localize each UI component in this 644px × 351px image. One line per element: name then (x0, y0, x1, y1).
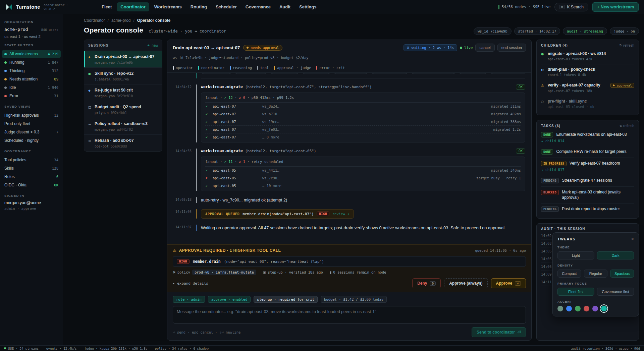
session-item[interactable]: ▲ Drain api-east-03 → api-east-07 morgan… (84, 51, 162, 68)
nav-workstreams[interactable]: Workstreams (151, 2, 185, 11)
nav-governance[interactable]: Governance (242, 2, 274, 11)
event-log[interactable]: member.list member.drain hrw.rehash skil… (167, 73, 531, 244)
tool-chip[interactable]: approval.escalate (490, 73, 525, 74)
tool-chip[interactable]: member.list (201, 73, 232, 74)
theme-dark-button[interactable]: Dark (597, 251, 634, 259)
search-button[interactable]: ⌘ K Search (554, 3, 588, 11)
saved-view-scheduled[interactable]: Scheduled · nightly (2, 136, 61, 144)
gov-roles[interactable]: Roles6 (2, 173, 61, 181)
nav-coordinator[interactable]: Coordinator (117, 2, 149, 11)
user-email[interactable]: morgan.yao@acme (4, 200, 58, 205)
signed-in-title: SIGNED IN (4, 194, 58, 197)
legend-tool[interactable]: tool (257, 66, 269, 70)
density-compact-button[interactable]: Compact (557, 270, 581, 278)
theme-light-button[interactable]: Light (557, 251, 594, 259)
running-dot-icon: ● (88, 72, 92, 75)
saved-view-high-risk[interactable]: High-risk approvals12 (2, 111, 61, 119)
session-item[interactable]: □ Budget audit · Q2 spend priya.n092c4bb… (84, 101, 162, 118)
nav-audit[interactable]: Audit (276, 2, 294, 11)
operator-console-panel: Drain api-east-03 → api-east-07 needs ap… (167, 40, 532, 341)
accent-swatch-blue[interactable] (566, 306, 572, 311)
task-item[interactable]: PENDING Stream-migrate 47 sessions (541, 175, 634, 187)
legend-operator[interactable]: operator (173, 66, 193, 70)
child-item[interactable]: ○ pre-flight · skill.sync api-east-03 cl… (541, 96, 634, 112)
crumb-org[interactable]: acme-prod (111, 18, 130, 23)
fanout-row-more[interactable]: ✓ api-east-05 … 10 more (205, 182, 521, 189)
tool-chip[interactable]: skill.push (302, 73, 331, 74)
refresh-children-button[interactable]: ↻ refresh (620, 43, 634, 47)
accent-swatch-green[interactable] (575, 306, 581, 311)
focus-governance-first-button[interactable]: Governance-first (597, 288, 634, 296)
task-item[interactable]: DONE Compute HRW re-hash for target peer… (541, 146, 634, 158)
refresh-tasks-button[interactable]: ↻ refresh (620, 124, 634, 128)
judge-status: judge · kappa_20b_131k · p50 1.8s (84, 347, 148, 350)
tool-chip[interactable]: judge.reassign (371, 73, 408, 74)
tool-chip[interactable]: scheduler.schedule (411, 73, 456, 74)
state-filter-error[interactable]: Error31 (2, 92, 61, 100)
child-link[interactable]: → child 817 (541, 168, 634, 172)
child-item[interactable]: ◐ drain-plan · policy-check coord-1 toke… (541, 64, 634, 80)
child-item[interactable]: ● migrate · api-east-03 · ws #814 api-ea… (541, 49, 634, 64)
cancel-button[interactable]: cancel (475, 44, 494, 52)
focus-fleet-first-button[interactable]: Fleet-first (557, 288, 594, 296)
approve-always-button[interactable]: Approve (always) (444, 278, 487, 288)
child-item[interactable]: ⚠ verify · api-east-07 capacity ⚑ approv… (541, 80, 634, 96)
gov-tool-policies[interactable]: Tool policies34 (2, 156, 61, 164)
new-session-button[interactable]: + new (147, 43, 158, 47)
saved-view-judge-dissent[interactable]: Judge dissent > 0.37 (2, 128, 61, 136)
end-session-button[interactable]: end session (497, 44, 526, 52)
half-circle-icon: ◐ (541, 68, 545, 71)
nav-scheduler[interactable]: Scheduler (212, 2, 240, 11)
session-item[interactable]: ● Skill sync · repo-v12 j.amaralb8d0174a (84, 68, 162, 84)
tool-name: member.drain (193, 259, 221, 264)
nav-routing[interactable]: Routing (187, 2, 211, 11)
coordinator-message-input[interactable] (173, 306, 526, 324)
task-item[interactable]: DONE Enumerate workstreams on api-east-0… (541, 129, 634, 146)
state-filter-thinking[interactable]: Thinking312 (2, 67, 61, 75)
sessions-title: SESSIONS (88, 44, 109, 47)
saved-view-prod-only[interactable]: Prod-only fleet (2, 120, 61, 128)
deny-button[interactable]: DenyD (412, 278, 441, 288)
task-item[interactable]: PENDING Post drain report to #ops-rooste… (541, 203, 634, 215)
expand-details-toggle[interactable]: ▸ expand details (173, 281, 208, 286)
review-link[interactable]: review ↓ (332, 212, 350, 216)
tool-chip[interactable]: budget.set (459, 73, 487, 74)
density-spacious-button[interactable]: Spacious (610, 270, 634, 278)
accent-swatch-teal-selected[interactable] (601, 306, 607, 311)
state-filter-idle[interactable]: Idle1 940 (2, 83, 61, 92)
task-status-badge: BLOCKED (541, 190, 559, 195)
nav-settings[interactable]: Settings (296, 2, 320, 11)
session-item[interactable]: ◆ Re-judge last 50 crit morgan.yao3f29e8… (84, 84, 162, 101)
task-status-badge: PENDING (541, 178, 559, 183)
accent-swatch-red[interactable] (584, 306, 589, 311)
gov-skills[interactable]: Skills128 (2, 164, 61, 172)
accent-swatch-sage[interactable] (557, 306, 563, 311)
legend-approval-judge[interactable]: approval · judge (274, 66, 311, 70)
legend-coordinator[interactable]: coordinator (198, 66, 225, 70)
task-item[interactable]: IN PROGRESS Verify api-east-07 headroom … (541, 158, 634, 175)
session-item[interactable]: ▬ Rehash · add sbx-07 ops-bot55e0c8dd (84, 135, 162, 151)
close-icon[interactable]: × (631, 237, 634, 241)
density-regular-button[interactable]: Regular (584, 270, 608, 278)
tool-chip[interactable]: hrw.rehash (270, 73, 299, 74)
session-item[interactable]: ▬ Policy rollout · sandbox-rc3 morgan.ya… (84, 118, 162, 135)
org-name[interactable]: acme-prod (4, 27, 28, 32)
fanout-row-more[interactable]: ✓ api-east-07 … 8 more (205, 133, 521, 141)
status-bar: SSE · 54 streams events · 12.4k/s judge … (0, 345, 644, 351)
send-to-coordinator-button[interactable]: Send to coordinator⏎ (472, 327, 526, 337)
nav-fleet[interactable]: Fleet (98, 2, 115, 11)
child-link[interactable]: → child 814 (541, 139, 634, 143)
task-item[interactable]: BLOCKED Mark api-east-03 drained (awaits… (541, 187, 634, 203)
legend-error-crit[interactable]: error · crit (316, 66, 345, 70)
legend-reasoning[interactable]: reasoning (230, 66, 252, 70)
state-filter-running[interactable]: Running1 847 (2, 58, 61, 66)
new-workstream-button[interactable]: + New workstream (592, 2, 639, 12)
state-filter-needs-attention[interactable]: Needs attention89 (2, 75, 61, 83)
approve-button[interactable]: Approve⏎ (491, 278, 526, 288)
gov-oidc[interactable]: OIDC · OktaOK (2, 181, 61, 189)
accent-swatch-purple[interactable] (592, 306, 598, 311)
tool-chip[interactable]: policy.reload (333, 73, 368, 74)
crumb-coordinator[interactable]: Coordinator (84, 18, 105, 23)
state-filter-all[interactable]: All workstreams4 219 (2, 50, 61, 58)
tool-chip[interactable]: member.drain (234, 73, 267, 74)
